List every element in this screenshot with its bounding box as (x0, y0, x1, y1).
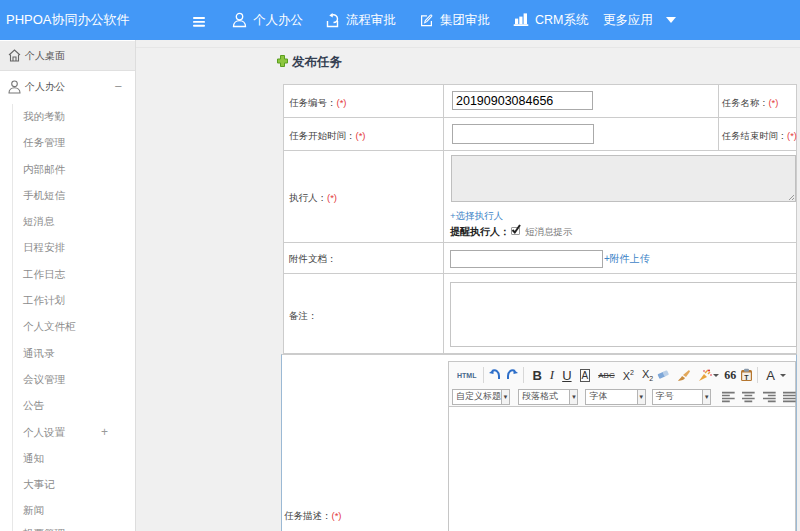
svg-text:T: T (745, 374, 750, 381)
